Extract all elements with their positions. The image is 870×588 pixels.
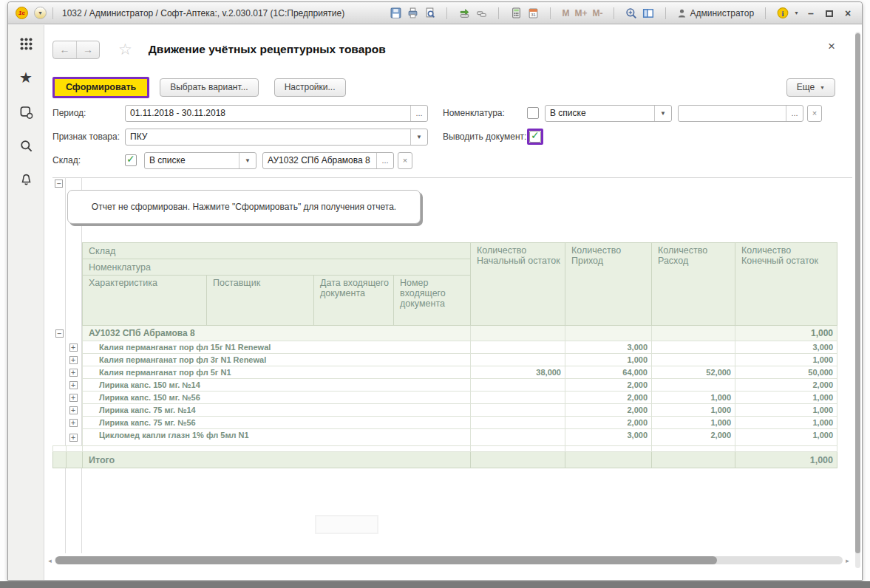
separator — [446, 7, 447, 19]
expand-toggle[interactable]: + — [69, 343, 78, 352]
save-button[interactable] — [390, 7, 401, 19]
scrollbar-thumb[interactable] — [55, 556, 717, 564]
row-qty_in: 2,000 — [565, 417, 652, 429]
product-kind-select[interactable]: ПКУ ▼ — [125, 129, 428, 146]
link-arrow-icon — [459, 7, 470, 18]
expand-toggle[interactable]: + — [69, 434, 78, 442]
nomenclature-clear-button[interactable]: × — [807, 105, 822, 122]
expand-toggle[interactable]: + — [69, 356, 78, 364]
scroll-right-arrow-icon[interactable]: ▸ — [844, 557, 851, 564]
table-row: +Лирика капс. 75 мг. №562,0001,0001,000 — [53, 417, 837, 429]
link-icon — [476, 7, 487, 18]
sidebar-item-functions[interactable] — [18, 35, 34, 52]
generate-button[interactable]: Сформировать — [52, 77, 149, 98]
help-button[interactable]: i — [777, 7, 789, 19]
get-link-button[interactable] — [475, 7, 487, 19]
sidebar-item-notifications[interactable] — [18, 171, 34, 188]
sidebar-item-favorites[interactable]: ★ — [18, 69, 34, 86]
row-name: Калия перманганат пор фл 15г N1 Renewal — [83, 341, 471, 354]
row-qty_start — [471, 354, 565, 366]
row-qty_out: 2,000 — [652, 429, 735, 446]
total-qty_start — [471, 452, 565, 468]
row-qty_start — [471, 417, 565, 429]
print-button[interactable] — [407, 7, 418, 19]
memory-m-button[interactable]: M — [562, 8, 569, 18]
main-menu-button[interactable]: ▼ — [34, 7, 47, 19]
memory-m-minus-button[interactable]: M- — [592, 8, 602, 18]
help-dropdown[interactable]: ▼ — [794, 10, 799, 16]
nomenclature-value-input[interactable]: ... — [678, 105, 803, 122]
expand-toggle[interactable]: + — [69, 406, 78, 414]
page-title: Движение учётных рецептурных товаров — [149, 43, 386, 56]
zoom-button[interactable] — [625, 7, 637, 19]
show-document-checkbox[interactable] — [529, 131, 541, 143]
chevron-down-icon[interactable]: ▼ — [239, 153, 256, 168]
close-window-button[interactable]: × — [841, 7, 854, 19]
grid-top-line — [52, 177, 852, 178]
more-button[interactable]: Еще▼ — [786, 78, 835, 97]
toolbar: Сформировать Выбрать вариант... Настройк… — [52, 76, 835, 98]
row-qty_out: 1,000 — [652, 392, 735, 404]
filters: Период: 01.11.2018 - 30.11.2018 ... Номе… — [52, 104, 852, 175]
warehouse-checkbox[interactable] — [125, 154, 137, 166]
total-label: Итого — [83, 452, 471, 468]
header-characteristic: Характеристика — [83, 276, 207, 326]
total-qty_end: 1,000 — [735, 452, 837, 468]
nomenclature-checkbox[interactable] — [527, 107, 539, 119]
forward-button[interactable]: → — [76, 41, 99, 58]
split-panels-icon — [642, 7, 654, 19]
sidebar-item-search[interactable] — [18, 137, 34, 154]
warehouse-picker-button[interactable]: ... — [376, 153, 393, 168]
nomenclature-mode-select[interactable]: В списке ▼ — [545, 105, 672, 122]
row-qty_end: 1,000 — [735, 354, 837, 366]
choose-variant-button[interactable]: Выбрать вариант... — [160, 78, 258, 97]
window-bottom-edge — [0, 581, 870, 588]
expand-toggle[interactable]: + — [69, 419, 78, 427]
header-supplier: Поставщик — [207, 276, 314, 326]
row-qty_start: 38,000 — [471, 366, 565, 379]
preview-button[interactable] — [424, 7, 435, 19]
row-qty_end: 1,000 — [735, 404, 837, 417]
add-to-favorites-button[interactable]: ☆ — [118, 41, 132, 58]
scroll-left-arrow-icon[interactable]: ◂ — [47, 557, 53, 564]
user-menu[interactable]: Администратор — [677, 8, 754, 18]
minimize-button[interactable]: – — [804, 7, 818, 19]
back-button[interactable]: ← — [53, 41, 76, 58]
empty-cell-placeholder — [315, 515, 378, 534]
row-qty_out: 1,000 — [652, 417, 735, 429]
sidebar-item-history[interactable] — [18, 103, 34, 120]
close-form-button[interactable]: × — [828, 39, 835, 54]
expand-toggle[interactable]: + — [69, 369, 78, 377]
row-qty_start — [471, 429, 565, 446]
scrollbar-track[interactable] — [55, 556, 843, 564]
nomenclature-picker-button[interactable]: ... — [786, 106, 803, 121]
vertical-scrollbar[interactable] — [855, 32, 860, 568]
scrollbar-thumb[interactable] — [855, 33, 860, 553]
calculator-button[interactable] — [510, 7, 522, 19]
settings-button[interactable]: Настройки... — [274, 78, 346, 97]
calendar-button[interactable]: 31 — [527, 7, 539, 19]
row-name: Цикломед капли глазн 1% фл 5мл N1 — [83, 429, 471, 446]
product-kind-label: Признак товара: — [52, 131, 125, 142]
warehouse-value-input[interactable]: АУ1032 СПб Абрамова 8 ... — [262, 152, 394, 169]
warehouse-label: Склад: — [52, 155, 125, 165]
chevron-down-icon[interactable]: ▼ — [410, 129, 427, 145]
warehouse-clear-button[interactable]: × — [398, 152, 412, 169]
separator — [665, 7, 666, 19]
expand-toggle[interactable]: + — [69, 394, 78, 402]
row-qty_end: 1,000 — [735, 326, 837, 341]
period-picker-button[interactable]: ... — [410, 106, 427, 121]
period-input[interactable]: 01.11.2018 - 30.11.2018 ... — [125, 105, 428, 122]
row-qty_end: 1,000 — [735, 429, 837, 446]
expand-toggle[interactable]: + — [69, 381, 78, 389]
memory-m-plus-button[interactable]: M+ — [574, 8, 587, 18]
maximize-button[interactable] — [823, 7, 836, 19]
horizontal-scrollbar[interactable]: ◂ ▸ — [47, 555, 851, 566]
collapse-all-toggle[interactable]: − — [55, 180, 63, 188]
go-to-link-button[interactable] — [458, 7, 470, 19]
chevron-down-icon[interactable]: ▼ — [654, 106, 671, 121]
warehouse-mode-select[interactable]: В списке ▼ — [144, 152, 256, 169]
row-name: Калия перманганат пор фл 5г N1 — [83, 366, 471, 379]
collapse-toggle[interactable]: − — [55, 329, 64, 338]
split-view-button[interactable] — [642, 7, 654, 19]
